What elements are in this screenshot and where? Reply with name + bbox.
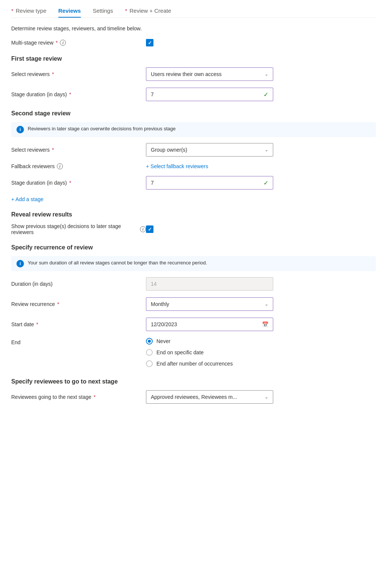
multi-stage-checkbox-area (146, 39, 376, 46)
first-stage-duration-label: Stage duration (in days) * (11, 91, 146, 97)
second-stage-reviewers-select[interactable]: Group owner(s) ⌄ (146, 143, 273, 157)
first-stage-heading: First stage review (11, 55, 376, 62)
fallback-reviewers-control: + Select fallback reviewers (146, 163, 376, 169)
end-specific-date-option[interactable]: End on specific date (146, 349, 376, 356)
info-icon: i (16, 126, 24, 133)
duration-row: Duration (in days) 14 (11, 277, 376, 291)
first-stage-duration-row: Stage duration (in days) * 7 ✓ (11, 88, 376, 101)
duration-control: 14 (146, 277, 376, 291)
start-date-row: Start date * 12/20/2023 📅 (11, 318, 376, 331)
check-icon: ✓ (263, 179, 268, 187)
check-icon: ✓ (263, 91, 268, 98)
review-recurrence-control: Monthly ⌄ (146, 297, 376, 311)
multi-stage-info-icon[interactable]: i (60, 40, 66, 46)
add-stage-button[interactable]: + Add a stage (11, 196, 376, 202)
reviewees-next-stage-select[interactable]: Approved reviewees, Reviewees m... ⌄ (146, 390, 273, 404)
reviewees-next-stage-row: Reviewees going to the next stage * Appr… (11, 390, 376, 404)
show-decisions-checkbox[interactable] (146, 225, 153, 233)
recurrence-info-icon: i (16, 260, 24, 267)
end-specific-date-radio[interactable] (146, 349, 153, 356)
reveal-results-heading: Reveal review results (11, 211, 376, 218)
fallback-info-icon[interactable]: i (57, 163, 63, 169)
second-stage-duration-row: Stage duration (in days) * 7 ✓ (11, 176, 376, 190)
end-never-option[interactable]: Never (146, 338, 376, 345)
second-stage-duration-control: 7 ✓ (146, 176, 376, 190)
second-stage-select-reviewers-row: Select reviewers * Group owner(s) ⌄ (11, 143, 376, 157)
end-radio-group: Never End on specific date End after num… (146, 338, 376, 367)
tab-review-type[interactable]: * Review type (11, 7, 46, 18)
review-recurrence-row: Review recurrence * Monthly ⌄ (11, 297, 376, 311)
show-decisions-label: Show previous stage(s) decisions to late… (11, 223, 146, 235)
end-row: End Never End on specific date End after… (11, 338, 376, 367)
show-decisions-checkbox-area (146, 225, 376, 233)
end-label: End (11, 338, 146, 345)
first-stage-reviewers-control: Users review their own access ⌄ (146, 67, 376, 81)
first-stage-duration-input[interactable]: 7 ✓ (146, 88, 273, 101)
end-occurrences-option[interactable]: End after number of occurrences (146, 360, 376, 367)
chevron-down-icon: ⌄ (265, 301, 268, 307)
multi-stage-label: Multi-stage review * i (11, 40, 146, 46)
end-occurrences-radio[interactable] (146, 360, 153, 367)
first-stage-reviewers-label: Select reviewers * (11, 71, 146, 77)
page-description: Determine review stages, reviewers, and … (11, 25, 376, 31)
start-date-label: Start date * (11, 321, 146, 327)
recurrence-info-banner: i Your sum duration of all review stages… (11, 256, 376, 271)
show-decisions-row: Show previous stage(s) decisions to late… (11, 223, 376, 235)
fallback-reviewers-row: Fallback reviewers i + Select fallback r… (11, 163, 376, 169)
fallback-reviewers-label: Fallback reviewers i (11, 163, 146, 169)
calendar-icon: 📅 (262, 321, 268, 327)
chevron-down-icon: ⌄ (265, 72, 268, 77)
duration-input: 14 (146, 277, 273, 291)
second-stage-duration-label: Stage duration (in days) * (11, 180, 146, 186)
reviewees-heading: Specify reviewees to go to next stage (11, 378, 376, 385)
first-stage-select-reviewers-row: Select reviewers * Users review their ow… (11, 67, 376, 81)
review-recurrence-select[interactable]: Monthly ⌄ (146, 297, 273, 311)
nav-tabs: * Review type Reviews Settings * Review … (11, 7, 376, 18)
second-stage-reviewers-label: Select reviewers * (11, 147, 146, 153)
end-never-radio[interactable] (146, 338, 153, 345)
tab-settings[interactable]: Settings (93, 7, 113, 18)
start-date-control: 12/20/2023 📅 (146, 318, 376, 331)
second-stage-reviewers-control: Group owner(s) ⌄ (146, 143, 376, 157)
second-stage-duration-input[interactable]: 7 ✓ (146, 176, 273, 190)
first-stage-reviewers-select[interactable]: Users review their own access ⌄ (146, 67, 273, 81)
multi-stage-row: Multi-stage review * i (11, 39, 376, 46)
select-fallback-reviewers-link[interactable]: + Select fallback reviewers (146, 163, 208, 169)
reviewees-next-stage-label: Reviewees going to the next stage * (11, 394, 146, 400)
second-stage-info-banner: i Reviewers in later stage can overwrite… (11, 122, 376, 137)
review-recurrence-label: Review recurrence * (11, 301, 146, 307)
tab-review-create[interactable]: * Review + Create (125, 7, 171, 18)
start-date-input[interactable]: 12/20/2023 📅 (146, 318, 273, 331)
show-decisions-info-icon[interactable]: i (140, 226, 146, 232)
multi-stage-checkbox[interactable] (146, 39, 153, 46)
recurrence-heading: Specify recurrence of review (11, 244, 376, 251)
chevron-down-icon: ⌄ (265, 394, 268, 400)
tab-reviews[interactable]: Reviews (58, 7, 81, 18)
duration-label: Duration (in days) (11, 281, 146, 287)
chevron-down-icon: ⌄ (265, 147, 268, 152)
end-control: Never End on specific date End after num… (146, 338, 376, 367)
second-stage-heading: Second stage review (11, 110, 376, 117)
reviewees-next-stage-control: Approved reviewees, Reviewees m... ⌄ (146, 390, 376, 404)
first-stage-duration-control: 7 ✓ (146, 88, 376, 101)
